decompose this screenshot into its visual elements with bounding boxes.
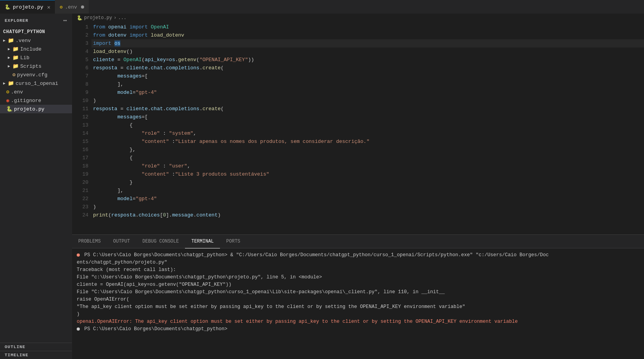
breadcrumb-sep: › [114,15,116,21]
code-line-13: { [91,121,644,129]
sidebar-item-venv[interactable]: ▶ 📁 .venv [0,36,72,45]
sidebar-menu-dots[interactable]: ⋯ [63,17,67,25]
sidebar-item-gitignore[interactable]: ◉ .gitignore [0,96,72,105]
tab-close-projeto[interactable]: ✕ [47,4,50,11]
py-icon: 🐍 [5,4,11,10]
tab-problems[interactable]: PROBLEMS [72,235,107,248]
code-line-24: print(resposta.choices[0].message.conten… [91,211,644,219]
terminal-file1: File "c:\Users\Caio Borges\Documents\cha… [77,274,639,281]
code-line-18: "role" : "user", [91,162,644,170]
code-line-16: }, [91,146,644,154]
terminal-traceback-header: Traceback (most recent call last): [77,266,639,274]
tab-env[interactable]: ⚙ .env [55,0,88,14]
terminal-command-cont: ents/chatgpt_python/projeto.py" [77,259,639,266]
breadcrumb: 🐍 projeto.py › ... [72,14,644,22]
tab-dot-env [81,5,84,9]
terminal-panel: PROBLEMS OUTPUT DEBUG CONSOLE TERMINAL P… [72,234,644,359]
env-label: .env [11,89,23,95]
sidebar-item-include[interactable]: ▶ 📁 Include [0,45,72,53]
lib-folder-icon: 📁 [12,55,19,61]
tab-projeto[interactable]: 🐍 projeto.py ✕ [0,0,55,14]
code-line-14: "role" : "system", [91,129,644,137]
env-file-icon: ⚙ [6,89,9,95]
include-label: Include [20,46,42,52]
venv-folder-icon: 📁 [8,37,14,44]
project-title: CHATGPT_PYTHON [0,28,72,36]
sidebar-item-projeto[interactable]: 🐍 projeto.py [0,105,72,113]
code-line-1: from openai import OpenAI [91,23,644,31]
code-line-8: ], [91,80,644,88]
code-line-17: { [91,154,644,162]
timeline-section[interactable]: TIMELINE [0,351,72,359]
venv-label: .venv [16,38,31,44]
code-line-19: "content" :"Liste 3 produtos sustentávei… [91,170,644,178]
tab-debug-console[interactable]: DEBUG CONSOLE [136,235,185,248]
tab-env-label: .env [65,4,77,10]
cfg-icon: ⚙ [12,72,16,78]
code-line-11: resposta = cliente.chat.completions.crea… [91,105,644,113]
scripts-arrow: ▶ [8,64,10,69]
sidebar-item-pyvenv[interactable]: ⚙ pyvenv.cfg [0,70,72,79]
sidebar-item-scripts[interactable]: ▶ 📁 Scripts [0,62,72,70]
include-arrow: ▶ [8,47,10,51]
env-icon: ⚙ [60,4,62,10]
code-line-7: messages=[ [91,72,644,80]
include-folder-icon: 📁 [12,46,19,52]
tab-terminal[interactable]: TERMINAL [185,235,220,248]
terminal-message: "The api_key client option must be set e… [77,303,639,311]
breadcrumb-ellipsis: ... [118,15,127,21]
scripts-label: Scripts [20,63,42,69]
code-line-15: "content" :"Listar apenas os nomes dos p… [91,137,644,146]
tab-ports[interactable]: PORTS [220,235,246,248]
prompt-dot [77,327,80,331]
terminal-tabs: PROBLEMS OUTPUT DEBUG CONSOLE TERMINAL P… [72,235,644,248]
terminal-file2: File "C:\Users\Caio Borges\Documents\cha… [77,289,639,296]
code-line-4: load_dotenv() [91,48,644,56]
venv-arrow: ▶ [3,38,5,43]
code-line-2: from dotenv import load_dotenv [91,31,644,39]
projeto-py-icon: 🐍 [6,106,12,112]
terminal-code1: cliente = OpenAI(api_key=os.getenv("OPEN… [77,281,639,289]
sidebar: Explorer ⋯ CHATGPT_PYTHON ▶ 📁 .venv ▶ 📁 … [0,14,72,359]
code-line-23: ) [91,203,644,211]
tab-projeto-label: projeto.py [13,4,43,10]
code-line-12: messages=[ [91,113,644,121]
gitignore-icon: ◉ [6,97,9,104]
gitignore-label: .gitignore [11,98,41,104]
curso-arrow: ▶ [3,81,5,86]
terminal-raise: raise OpenAIError( [77,296,639,303]
lib-arrow: ▶ [8,55,10,60]
code-line-9: model="gpt-4" [91,88,644,97]
sidebar-item-env[interactable]: ⚙ .env [0,88,72,96]
tab-output[interactable]: OUTPUT [107,235,136,248]
curso-label: curso_1_openai [16,81,58,86]
terminal-close-paren: ) [77,311,639,318]
outline-label: OUTLINE [5,345,25,349]
main-layout: Explorer ⋯ CHATGPT_PYTHON ▶ 📁 .venv ▶ 📁 … [0,14,644,359]
code-line-5: cliente = OpenAI(api_key=os.getenv("OPEN… [91,56,644,64]
code-line-21: ], [91,187,644,195]
breadcrumb-py-icon: 🐍 [77,15,83,21]
error-dot [77,253,80,257]
code-editor[interactable]: 12345 678910 1112131415 1617181920 21222… [72,22,644,234]
line-numbers: 12345 678910 1112131415 1617181920 21222… [72,22,91,234]
code-content[interactable]: from openai import OpenAI from dotenv im… [91,22,644,234]
terminal-content[interactable]: PS C:\Users\Caio Borges\Documents\chatgp… [72,248,644,359]
scripts-folder-icon: 📁 [12,63,19,69]
sidebar-item-curso[interactable]: ▶ 📁 curso_1_openai [0,79,72,88]
breadcrumb-file: projeto.py [84,15,112,21]
lib-label: Lib [20,55,29,61]
pyvenv-label: pyvenv.cfg [17,72,48,78]
code-line-3: import os [91,39,644,48]
sidebar-title: Explorer [5,18,28,23]
terminal-prompt-end: PS C:\Users\Caio Borges\Documents\chatgp… [77,326,639,333]
outline-section[interactable]: OUTLINE [0,343,72,351]
editor-terminal-area: 🐍 projeto.py › ... 12345 678910 11121314… [72,14,644,359]
terminal-openai-error: openai.OpenAIError: The api_key client o… [77,318,639,326]
timeline-label: TIMELINE [5,353,28,357]
sidebar-item-lib[interactable]: ▶ 📁 Lib [0,53,72,62]
projeto-label: projeto.py [14,106,44,112]
code-line-10: ) [91,97,644,105]
code-line-6: resposta = cliente.chat.completions.crea… [91,64,644,72]
curso-folder-icon: 📁 [8,80,14,86]
